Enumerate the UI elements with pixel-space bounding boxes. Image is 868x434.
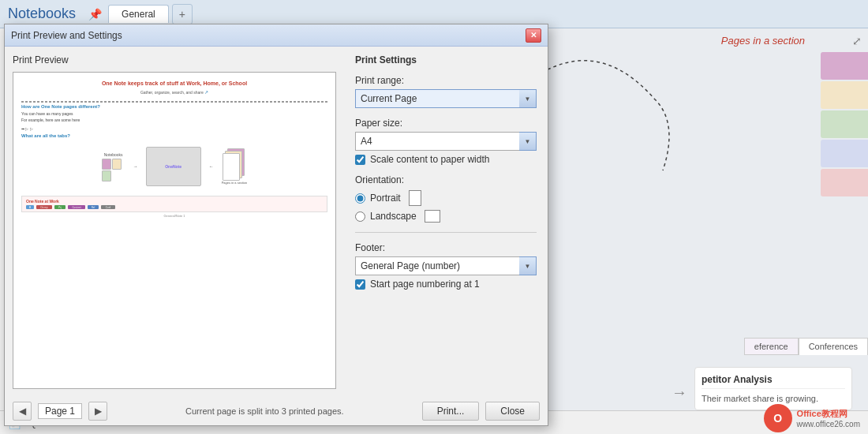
competitor-text: Their market share is growing. [702,394,845,403]
footer-work-label: One Note at Work [26,199,323,204]
color-tab-4[interactable] [821,140,868,167]
dialog-close-button[interactable]: ✕ [526,28,541,43]
color-tab-1[interactable] [821,52,868,80]
settings-main-label: Print Settings [355,54,537,65]
print-settings-section: Print Settings Print range: Current Page… [344,47,548,397]
office-watermark: O Office教程网 www.office26.com [764,404,860,432]
section-tab-reference[interactable]: eference [744,338,799,355]
section-tabs: eference Conferences [744,338,868,355]
landscape-label: Landscape [370,211,417,222]
competitor-title: petitor Analysis [702,374,845,389]
landscape-row: Landscape [355,210,537,223]
preview-subtitle: Gather, organize, search, and share ↗ [21,89,327,95]
dot-5: Ref [88,205,99,209]
print-range-label: Print range: [355,75,537,86]
start-page-row: Start page numbering at 1 [355,279,537,290]
paper-size-select[interactable]: A4 Letter Legal [355,132,529,151]
print-preview-section: Print Preview One Note keeps track of st… [5,47,344,397]
next-page-button[interactable]: ▶ [88,402,107,421]
start-page-label: Start page numbering at 1 [370,279,480,290]
preview-footer-bar: One Note at Work M Dir.rep Prj Cust.net … [21,196,327,212]
print-nav-bar: ◀ Page 1 ▶ Current page is split into 3 … [5,397,548,425]
orientation-label: Orientation: [355,174,537,185]
prev-page-button[interactable]: ◀ [13,402,32,421]
scale-checkbox-row: Scale content to paper width [355,154,537,165]
tab-add[interactable]: + [172,4,193,24]
scale-label: Scale content to paper width [370,154,489,165]
notebooks-label: Notebooks [104,152,123,157]
dialog-body: Print Preview One Note keeps track of st… [5,47,548,397]
preview-laptop: OneNote [146,147,201,186]
footer-label: Footer: [355,242,537,253]
office-brand-container: Office教程网 www.office26.com [797,408,860,428]
dashed-curve-svg [537,36,694,194]
portrait-icon [409,190,421,206]
arrow-right-icon: → [672,383,687,402]
dot-4: Cust.net [68,205,85,209]
pin-icon[interactable]: 📌 [88,8,102,21]
dot-6: Conf [101,205,115,209]
color-tabs [821,52,868,196]
preview-title: One Note keeps track of stuff at Work, H… [21,80,327,86]
dot-3: Prj [54,205,65,209]
dot-1: M [26,205,34,209]
footer-group: Footer: General Page (number) None Page … [355,242,537,290]
page-indicator: Page 1 [38,403,82,419]
footer-select-wrapper: General Page (number) None Page Number ▼ [355,256,537,275]
orientation-group: Orientation: Portrait Landscape [355,174,537,223]
expand-icon[interactable]: ⤢ [852,35,862,47]
paper-size-select-wrapper: A4 Letter Legal ▼ [355,132,537,151]
preview-divider-1 [21,101,327,103]
dot-2: Dir.rep [36,205,52,209]
portrait-row: Portrait [355,190,537,206]
portrait-label: Portrait [370,193,401,204]
print-range-select-wrapper: Current Page All Pages Selection ▼ [355,89,537,108]
print-preview-label: Print Preview [13,54,336,65]
preview-text-1: You can have as many pages [21,111,327,116]
start-page-checkbox[interactable] [355,279,365,290]
office-url: www.office26.com [797,420,860,428]
footer-dots: M Dir.rep Prj Cust.net Ref Conf [26,205,323,209]
color-tab-3[interactable] [821,110,868,138]
print-range-select[interactable]: Current Page All Pages Selection [355,89,529,108]
right-background: Pages in a section ⤢ eference Conference… [537,28,868,434]
app-title: Notebooks [8,6,76,22]
dialog-titlebar: Print Preview and Settings ✕ [5,24,548,47]
dialog-title: Print Preview and Settings [11,30,122,41]
print-range-group: Print range: Current Page All Pages Sele… [355,75,537,108]
print-dialog: Print Preview and Settings ✕ Print Previ… [4,24,548,426]
settings-divider [355,232,537,233]
office-logo: O [764,404,792,432]
preview-page-footer: General/Note 1 [21,214,327,218]
landscape-icon [425,210,440,223]
footer-select[interactable]: General Page (number) None Page Number [355,256,529,275]
preview-text-2: For example, here are some here [21,118,327,122]
preview-section-tabs: What are all the tabs? [21,133,327,138]
pages-label: Pages in a section [721,35,805,47]
close-dialog-button[interactable]: Close [485,402,540,421]
preview-section-how: How are One Note pages different? [21,104,327,109]
section-tab-conferences[interactable]: Conferences [799,338,868,355]
tab-general[interactable]: General [108,5,169,23]
office-brand-text: Office教程网 [797,408,860,420]
portrait-radio[interactable] [355,193,365,204]
color-tab-5[interactable] [821,169,868,196]
orientation-options: Portrait Landscape [355,190,537,223]
scale-checkbox[interactable] [355,155,365,165]
landscape-radio[interactable] [355,211,365,222]
preview-frame: One Note keeps track of stuff at Work, H… [13,72,336,389]
preview-diagram: Notebooks → OneNote ← [21,147,327,186]
paper-size-label: Paper size: [355,118,537,129]
status-text: Current page is split into 3 printed pag… [114,406,416,416]
preview-inner: One Note keeps track of stuff at Work, H… [13,73,335,388]
paper-size-group: Paper size: A4 Letter Legal ▼ Scale cont… [355,118,537,165]
print-button[interactable]: Print... [422,402,480,421]
color-tab-2[interactable] [821,81,868,109]
